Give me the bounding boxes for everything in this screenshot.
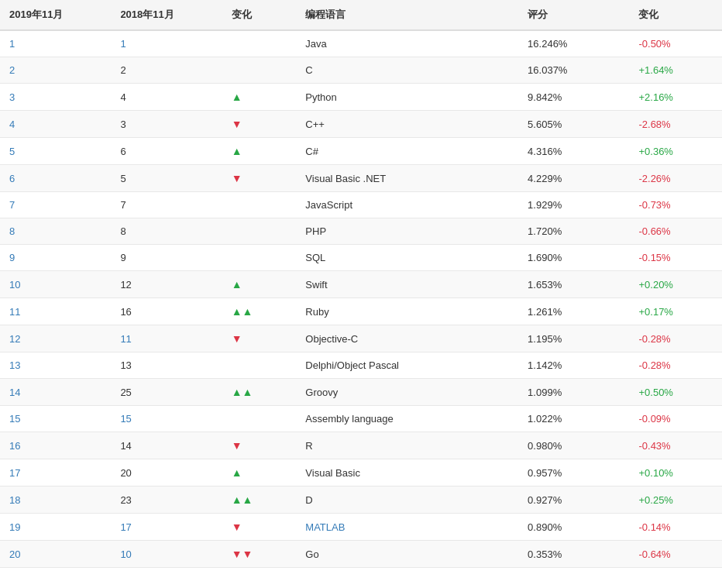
language-name: Objective-C <box>296 325 518 352</box>
header-delta: 变化 <box>629 0 722 30</box>
delta-value: -0.28% <box>629 325 722 352</box>
rank-2019: 9 <box>0 245 111 271</box>
delta-value: -0.50% <box>629 30 722 57</box>
table-row: 1515Assembly language1.022%-0.09% <box>0 406 722 432</box>
rank-2019: 12 <box>0 325 111 352</box>
rank-2019: 11 <box>0 298 111 325</box>
score-value: 9.842% <box>518 84 629 111</box>
change-icon: ▲ <box>222 138 297 165</box>
change-icon: ▼ <box>222 111 297 138</box>
delta-value: +1.64% <box>629 57 722 84</box>
delta-value: -0.66% <box>629 218 722 245</box>
change-icon <box>222 245 297 271</box>
rank-2019: 18 <box>0 487 111 514</box>
delta-value: -0.28% <box>629 352 722 379</box>
rank-2018: 8 <box>111 218 222 245</box>
score-value: 4.316% <box>518 138 629 165</box>
table-row: 1425▲▲Groovy1.099%+0.50% <box>0 379 722 406</box>
language-name: C++ <box>296 111 518 138</box>
table-row: 34▲Python9.842%+2.16% <box>0 84 722 111</box>
language-name: PHP <box>296 218 518 245</box>
language-name: Assembly language <box>296 406 518 432</box>
rank-2019: 16 <box>0 432 111 459</box>
change-icon: ▼▼ <box>222 541 297 568</box>
rank-2018: 23 <box>111 487 222 514</box>
delta-value: -0.43% <box>629 432 722 459</box>
rank-2019: 17 <box>0 459 111 487</box>
table-row: 1012▲Swift1.653%+0.20% <box>0 271 722 298</box>
score-value: 0.980% <box>518 432 629 459</box>
language-name: SQL <box>296 245 518 271</box>
rank-2019: 6 <box>0 165 111 192</box>
rank-2018: 1 <box>111 30 222 57</box>
table-body: 11Java16.246%-0.50%22C16.037%+1.64%34▲Py… <box>0 30 722 568</box>
language-name: Delphi/Object Pascal <box>296 352 518 379</box>
rank-2019: 15 <box>0 406 111 432</box>
rank-2019: 19 <box>0 514 111 541</box>
rank-2018: 4 <box>111 84 222 111</box>
table-row: 1720▲Visual Basic0.957%+0.10% <box>0 459 722 487</box>
rank-2018: 9 <box>111 245 222 271</box>
language-name: Visual Basic .NET <box>296 165 518 192</box>
language-name: Groovy <box>296 379 518 406</box>
header-2018: 2018年11月 <box>111 0 222 30</box>
delta-value: +0.10% <box>629 459 722 487</box>
change-icon: ▲ <box>222 271 297 298</box>
header-2019: 2019年11月 <box>0 0 111 30</box>
rank-2019: 4 <box>0 111 111 138</box>
table-header: 2019年11月 2018年11月 变化 编程语言 评分 变化 <box>0 0 722 30</box>
delta-value: +0.50% <box>629 379 722 406</box>
change-icon <box>222 406 297 432</box>
score-value: 0.927% <box>518 487 629 514</box>
delta-value: -0.09% <box>629 406 722 432</box>
table-row: 2010▼▼Go0.353%-0.64% <box>0 541 722 568</box>
table-row: 1614▼R0.980%-0.43% <box>0 432 722 459</box>
change-icon <box>222 352 297 379</box>
rank-2018: 20 <box>111 459 222 487</box>
table-row: 77JavaScript1.929%-0.73% <box>0 192 722 218</box>
rank-2018: 11 <box>111 325 222 352</box>
rank-2018: 10 <box>111 541 222 568</box>
table-row: 43▼C++5.605%-2.68% <box>0 111 722 138</box>
score-value: 0.353% <box>518 541 629 568</box>
delta-value: +0.17% <box>629 298 722 325</box>
rank-2019: 3 <box>0 84 111 111</box>
score-value: 1.929% <box>518 192 629 218</box>
change-icon <box>222 57 297 84</box>
delta-value: +2.16% <box>629 84 722 111</box>
change-icon: ▼ <box>222 325 297 352</box>
rank-2019: 13 <box>0 352 111 379</box>
rank-2019: 2 <box>0 57 111 84</box>
score-value: 1.690% <box>518 245 629 271</box>
delta-value: -0.15% <box>629 245 722 271</box>
score-value: 16.246% <box>518 30 629 57</box>
table-row: 1313Delphi/Object Pascal1.142%-0.28% <box>0 352 722 379</box>
rank-2018: 12 <box>111 271 222 298</box>
language-name: C <box>296 57 518 84</box>
table-row: 22C16.037%+1.64% <box>0 57 722 84</box>
score-value: 0.957% <box>518 459 629 487</box>
header-score: 评分 <box>518 0 629 30</box>
change-icon: ▼ <box>222 165 297 192</box>
score-value: 1.261% <box>518 298 629 325</box>
language-name: JavaScript <box>296 192 518 218</box>
rank-2018: 3 <box>111 111 222 138</box>
language-name: R <box>296 432 518 459</box>
table-row: 1917▼MATLAB0.890%-0.14% <box>0 514 722 541</box>
rank-2018: 15 <box>111 406 222 432</box>
delta-value: +0.20% <box>629 271 722 298</box>
score-value: 1.142% <box>518 352 629 379</box>
header-lang: 编程语言 <box>296 0 518 30</box>
delta-value: -2.26% <box>629 165 722 192</box>
score-value: 5.605% <box>518 111 629 138</box>
rank-2018: 13 <box>111 352 222 379</box>
rank-2019: 8 <box>0 218 111 245</box>
table-row: 1116▲▲Ruby1.261%+0.17% <box>0 298 722 325</box>
score-value: 16.037% <box>518 57 629 84</box>
change-icon <box>222 30 297 57</box>
language-name: Swift <box>296 271 518 298</box>
table-row: 99SQL1.690%-0.15% <box>0 245 722 271</box>
score-value: 1.653% <box>518 271 629 298</box>
rank-2019: 20 <box>0 541 111 568</box>
delta-value: -0.64% <box>629 541 722 568</box>
